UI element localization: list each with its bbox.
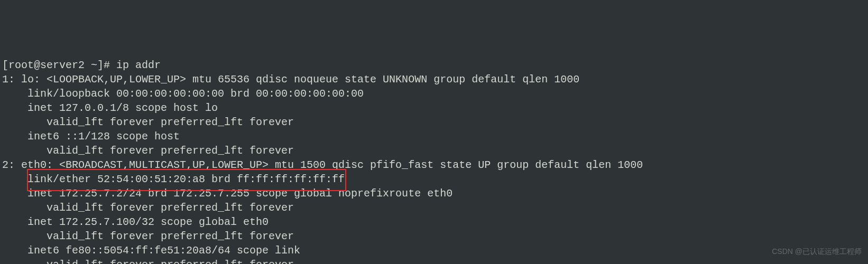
output-line: 1: lo: <LOOPBACK,UP,LOWER_UP> mtu 65536 … <box>2 73 579 86</box>
command-text: ip addr <box>116 59 161 71</box>
output-line: link/ether 52:54:00:51:20:a8 brd ff:ff:f… <box>2 173 345 185</box>
output-line: valid_lft forever preferred_lft forever <box>2 145 294 157</box>
output-line: valid_lft forever preferred_lft forever <box>2 230 294 242</box>
output-line: inet 172.25.7.2/24 brd 172.25.7.255 scop… <box>2 187 453 200</box>
output-line: inet6 fe80::5054:ff:fe51:20a8/64 scope l… <box>2 244 300 257</box>
shell-prompt: [root@server2 ~]# <box>2 59 116 71</box>
output-line: 2: eth0: <BROADCAST,MULTICAST,UP,LOWER_U… <box>2 159 643 171</box>
output-line: inet 172.25.7.100/32 scope global eth0 <box>2 216 269 228</box>
output-line: inet6 ::1/128 scope host <box>2 130 180 143</box>
output-line: valid_lft forever preferred_lft forever <box>2 202 294 214</box>
terminal-output: [root@server2 ~]# ip addr 1: lo: <LOOPBA… <box>2 58 866 264</box>
output-line: link/loopback 00:00:00:00:00:00 brd 00:0… <box>2 88 364 100</box>
watermark-text: CSDN @已认证运维工程师 <box>772 244 862 259</box>
output-line: valid_lft forever preferred_lft forever <box>2 259 294 264</box>
output-line: valid_lft forever preferred_lft forever <box>2 116 294 128</box>
output-line: inet 127.0.0.1/8 scope host lo <box>2 102 218 114</box>
